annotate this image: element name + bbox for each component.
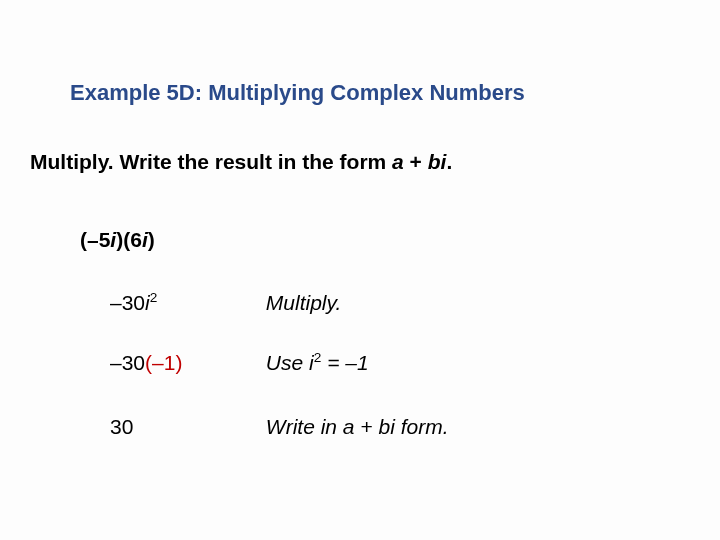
step2-open: ( [145, 351, 152, 374]
instruction-a: a [392, 150, 404, 173]
step2-m1: –1 [152, 351, 175, 374]
step2-note-lead: Use [266, 351, 309, 374]
step-2: –30(–1) Use i2 = –1 [110, 350, 369, 375]
paren-open-1: ( [80, 228, 87, 251]
instruction-lead: Multiply. Write the result in the form [30, 150, 392, 173]
instruction-plus: + [404, 150, 428, 173]
example-title: Example 5D: Multiplying Complex Numbers [70, 80, 525, 106]
instruction: Multiply. Write the result in the form a… [30, 150, 452, 174]
step2-note-eq: = [321, 351, 345, 374]
step1-m30: –30 [110, 291, 145, 314]
step-3-note: Write in a + bi form. [266, 415, 449, 438]
step-2-expr: –30(–1) [110, 351, 260, 375]
step2-note-m1: –1 [345, 351, 368, 374]
instruction-dot: . [446, 150, 452, 173]
step-1: –30i2 Multiply. [110, 290, 341, 315]
neg-5: –5 [87, 228, 110, 251]
slide: Example 5D: Multiplying Complex Numbers … [0, 0, 720, 540]
step2-close: ) [175, 351, 182, 374]
step3-val: 30 [110, 415, 133, 438]
step-2-note: Use i2 = –1 [266, 351, 369, 374]
six: 6 [130, 228, 142, 251]
step-1-note: Multiply. [266, 291, 341, 314]
paren-close-2: ) [148, 228, 155, 251]
problem-expression: (–5i)(6i) [80, 228, 155, 252]
step1-sq: 2 [150, 290, 158, 305]
instruction-b: b [428, 150, 441, 173]
step-3: 30 Write in a + bi form. [110, 415, 448, 439]
step-3-expr: 30 [110, 415, 260, 439]
step-1-expr: –30i2 [110, 290, 260, 315]
step2-m30: –30 [110, 351, 145, 374]
